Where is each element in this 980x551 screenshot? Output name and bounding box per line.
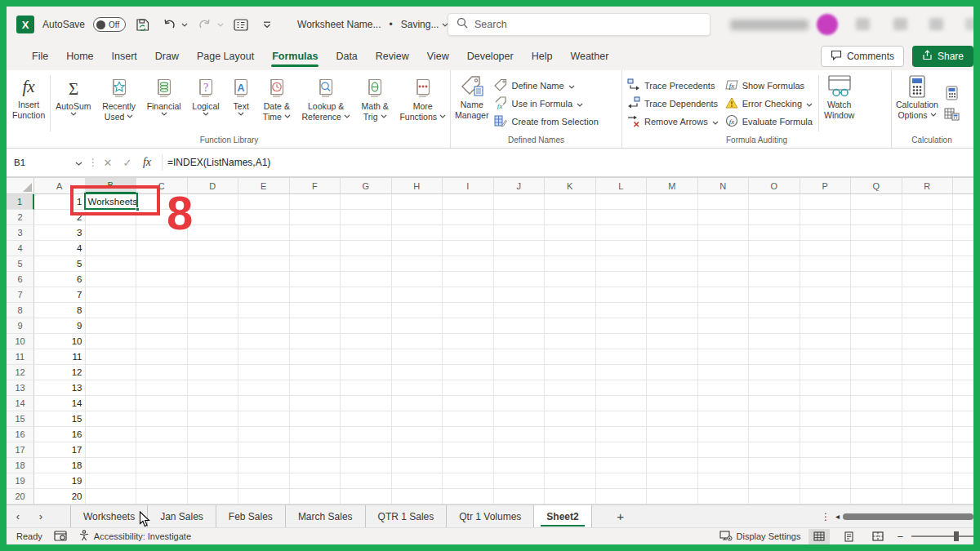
cell-k19[interactable] xyxy=(545,473,596,489)
cell-r2[interactable] xyxy=(902,210,954,225)
cell-e14[interactable] xyxy=(238,396,290,411)
undo-dropdown-icon[interactable] xyxy=(181,23,188,27)
column-header-r[interactable]: R xyxy=(902,178,954,193)
cell-h17[interactable] xyxy=(392,442,443,458)
row-header-19[interactable]: 19 xyxy=(7,473,34,489)
cell-r16[interactable] xyxy=(902,427,954,442)
column-header-h[interactable]: H xyxy=(392,178,443,193)
cell-e9[interactable] xyxy=(238,318,290,334)
cell-p7[interactable] xyxy=(800,287,852,303)
cell-n14[interactable] xyxy=(698,396,750,411)
cell-o12[interactable] xyxy=(749,365,800,380)
cell-c15[interactable] xyxy=(136,411,188,427)
row-header-17[interactable]: 17 xyxy=(7,442,34,458)
cell-d16[interactable] xyxy=(188,427,239,442)
use-in-formula-button[interactable]: fxUse in Formula xyxy=(494,96,598,112)
row-header-20[interactable]: 20 xyxy=(7,489,34,504)
cell-r7[interactable] xyxy=(902,287,954,303)
cell-h19[interactable] xyxy=(392,473,443,489)
row-header-10[interactable]: 10 xyxy=(7,334,34,349)
cell-i10[interactable] xyxy=(443,334,494,349)
cell-g5[interactable] xyxy=(341,256,392,272)
tab-review[interactable]: Review xyxy=(367,45,418,69)
cell-m1[interactable] xyxy=(647,194,698,210)
cell-k7[interactable] xyxy=(545,287,596,303)
cell-h10[interactable] xyxy=(392,334,443,349)
name-manager-button[interactable]: Name Manager xyxy=(452,72,491,135)
error-checking-dropdown-icon[interactable] xyxy=(806,99,813,109)
cell-j11[interactable] xyxy=(494,349,546,365)
column-header-q[interactable]: Q xyxy=(851,178,902,193)
cell-a8[interactable]: 8 xyxy=(34,303,86,318)
cell-l1[interactable] xyxy=(596,194,648,210)
cell-d5[interactable] xyxy=(188,256,239,272)
cell-o7[interactable] xyxy=(749,287,800,303)
cell-f20[interactable] xyxy=(290,489,341,504)
cell-i7[interactable] xyxy=(443,287,494,303)
cell-f15[interactable] xyxy=(290,411,341,427)
cell-q7[interactable] xyxy=(851,287,902,303)
cell-e5[interactable] xyxy=(238,256,290,272)
cell-f16[interactable] xyxy=(290,427,341,442)
cell-j15[interactable] xyxy=(494,411,546,427)
cell-l8[interactable] xyxy=(596,303,648,318)
cell-d11[interactable] xyxy=(188,349,239,365)
define-name-button[interactable]: Define Name xyxy=(494,78,598,94)
cell-f5[interactable] xyxy=(290,256,341,272)
cell-p1[interactable] xyxy=(800,194,852,210)
cell-j12[interactable] xyxy=(494,365,546,380)
cancel-icon[interactable]: ✕ xyxy=(98,157,118,169)
row-header-8[interactable]: 8 xyxy=(7,303,34,318)
cell-h15[interactable] xyxy=(392,411,443,427)
row-header-11[interactable]: 11 xyxy=(7,349,34,365)
cell-d20[interactable] xyxy=(188,489,239,504)
cell-q1[interactable] xyxy=(851,194,902,210)
cell-r10[interactable] xyxy=(902,334,954,349)
cell-n4[interactable] xyxy=(698,241,750,256)
cell-q17[interactable] xyxy=(851,442,902,458)
trace-precedents-button[interactable]: Trace Precedents xyxy=(627,78,719,94)
cell-o11[interactable] xyxy=(749,349,800,365)
cell-e18[interactable] xyxy=(238,458,290,473)
cell-e15[interactable] xyxy=(238,411,290,427)
tab-formulas[interactable]: Formulas xyxy=(263,45,327,69)
cell-q3[interactable] xyxy=(851,225,902,241)
cell-m17[interactable] xyxy=(647,442,698,458)
cell-f9[interactable] xyxy=(290,318,341,334)
cell-n20[interactable] xyxy=(698,489,750,504)
row-header-12[interactable]: 12 xyxy=(7,365,34,380)
column-header-j[interactable]: J xyxy=(494,178,546,193)
cell-f3[interactable] xyxy=(290,225,341,241)
tab-developer[interactable]: Developer xyxy=(458,45,523,69)
cell-h18[interactable] xyxy=(392,458,443,473)
cell-a10[interactable]: 10 xyxy=(34,334,86,349)
cell-l3[interactable] xyxy=(596,225,648,241)
cell-p2[interactable] xyxy=(800,210,852,225)
cell-c11[interactable] xyxy=(136,349,188,365)
cell-f13[interactable] xyxy=(290,380,341,396)
cell-d7[interactable] xyxy=(188,287,239,303)
cell-p20[interactable] xyxy=(800,489,852,504)
cell-p16[interactable] xyxy=(800,427,852,442)
sheet-tab-jan-sales[interactable]: Jan Sales xyxy=(148,505,216,527)
cell-a7[interactable]: 7 xyxy=(34,287,86,303)
cell-k10[interactable] xyxy=(545,334,596,349)
cell-n1[interactable] xyxy=(698,194,750,210)
row-header-6[interactable]: 6 xyxy=(7,272,34,287)
cell-k16[interactable] xyxy=(545,427,596,442)
cell-k15[interactable] xyxy=(545,411,596,427)
cell-b16[interactable] xyxy=(86,427,137,442)
cell-b3[interactable] xyxy=(86,225,137,241)
cell-i18[interactable] xyxy=(443,458,494,473)
calculate-now-button[interactable] xyxy=(943,85,961,101)
cell-f1[interactable] xyxy=(290,194,341,210)
zoom-out-button[interactable]: − xyxy=(897,531,903,543)
cell-e19[interactable] xyxy=(238,473,290,489)
cell-i16[interactable] xyxy=(443,427,494,442)
insert-function-button[interactable]: fx Insert Function xyxy=(10,72,47,135)
cell-j14[interactable] xyxy=(494,396,546,411)
cell-c16[interactable] xyxy=(136,427,188,442)
cell-b7[interactable] xyxy=(86,287,137,303)
cell-b14[interactable] xyxy=(86,396,137,411)
remove-arrows-dropdown-icon[interactable] xyxy=(712,117,719,127)
